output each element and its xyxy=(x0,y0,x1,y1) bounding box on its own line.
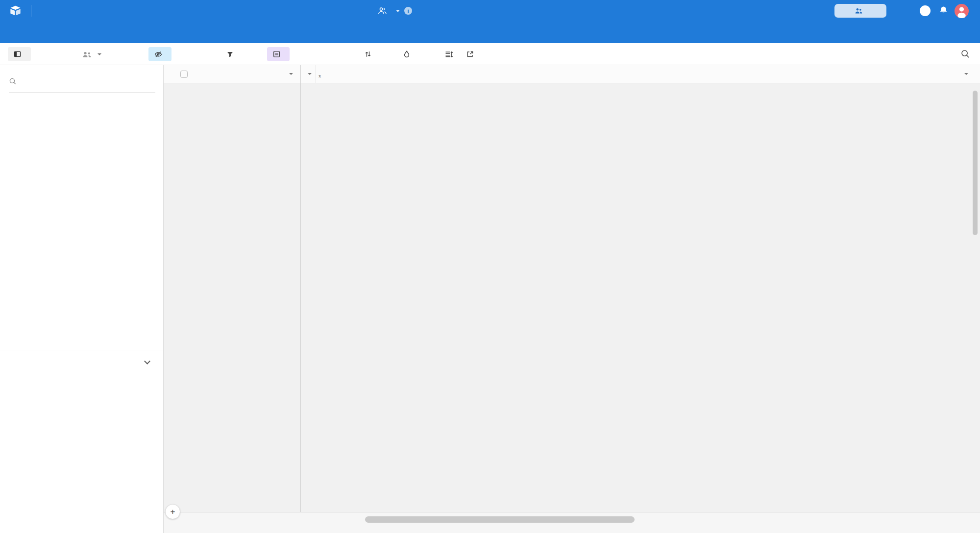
table-tab-bar: + xyxy=(0,22,980,43)
search-icon[interactable] xyxy=(960,49,970,59)
top-app-bar: i xyxy=(0,0,980,22)
views-sidebar xyxy=(0,65,164,533)
clipped-column-caret-icon[interactable] xyxy=(308,73,312,75)
group-icon xyxy=(273,50,280,58)
formula-column-caret-icon[interactable] xyxy=(964,73,968,75)
share-people-icon xyxy=(855,8,862,14)
row-height-button[interactable] xyxy=(445,43,453,65)
create-section xyxy=(0,350,163,374)
find-view-divider xyxy=(9,92,155,93)
grid-view-icon xyxy=(67,50,75,58)
view-toolbar xyxy=(0,43,980,65)
filter-icon xyxy=(226,50,234,58)
views-toggle-button[interactable] xyxy=(8,47,31,61)
base-title-cluster[interactable]: i xyxy=(377,0,412,22)
share-view-icon xyxy=(466,50,474,58)
share-view-button[interactable] xyxy=(466,43,477,65)
share-button[interactable] xyxy=(834,4,886,18)
current-view-menu[interactable] xyxy=(67,43,101,65)
find-view-search-icon xyxy=(9,77,17,85)
chevron-down-icon xyxy=(144,358,150,364)
topbar-divider xyxy=(31,5,31,17)
record-groups xyxy=(164,65,980,512)
notifications-bell-icon[interactable] xyxy=(939,6,948,16)
formula-icon: x xyxy=(318,69,321,78)
sort-button[interactable] xyxy=(364,43,375,65)
frozen-pane-divider[interactable] xyxy=(300,65,301,512)
row-height-icon xyxy=(445,50,453,58)
views-panel-icon xyxy=(14,50,21,58)
hidden-fields-button[interactable] xyxy=(148,47,172,61)
sort-icon xyxy=(364,50,372,58)
find-view-input[interactable] xyxy=(23,78,121,85)
user-avatar[interactable] xyxy=(955,4,969,18)
grid-main: x + xyxy=(164,65,980,533)
info-icon[interactable]: i xyxy=(404,7,412,15)
eye-slash-icon xyxy=(154,50,162,58)
color-icon xyxy=(403,50,410,58)
select-all-checkbox[interactable] xyxy=(180,71,188,78)
filter-button[interactable] xyxy=(226,43,237,65)
name-column-caret-icon[interactable] xyxy=(289,73,293,75)
collaborators-icon xyxy=(82,51,94,58)
column-header-row: x xyxy=(164,65,980,83)
view-caret-icon xyxy=(98,53,101,55)
people-icon xyxy=(377,6,387,16)
airtable-logo-icon[interactable] xyxy=(9,4,22,17)
horizontal-scrollbar[interactable] xyxy=(365,516,635,523)
add-record-button[interactable]: + xyxy=(165,504,180,519)
help-question-icon[interactable] xyxy=(920,5,931,16)
create-collapse-header[interactable] xyxy=(0,350,163,374)
vertical-scrollbar[interactable] xyxy=(973,91,978,235)
title-caret-icon[interactable] xyxy=(396,10,400,12)
color-button[interactable] xyxy=(403,43,414,65)
group-button[interactable] xyxy=(267,47,290,61)
